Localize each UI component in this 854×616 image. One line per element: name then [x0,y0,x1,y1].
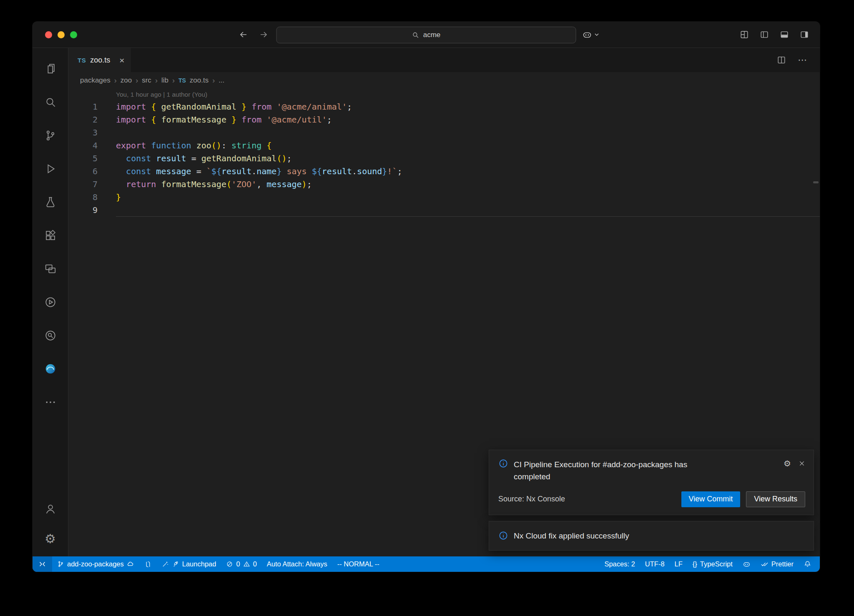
zoom-window-button[interactable] [70,31,77,38]
extensions-icon[interactable] [33,219,68,252]
layout-controls [740,22,809,48]
explorer-icon[interactable] [33,52,68,85]
code-token [156,102,161,112]
line-number[interactable]: 1 [68,100,98,113]
breadcrumb-src[interactable]: src [142,76,151,85]
code-line[interactable]: 4export function zoo(): string { [68,139,820,152]
copilot-status[interactable] [738,556,756,572]
line-number[interactable]: 8 [68,191,98,204]
code-token [196,153,201,163]
git-branch-status[interactable]: add-zoo-packages [52,556,139,572]
copilot-menu[interactable] [582,22,599,48]
close-window-button[interactable] [45,31,52,38]
remote-explorer-icon[interactable] [33,252,68,285]
code-token: ${ [312,166,322,176]
git-compare-status[interactable] [139,556,157,572]
code-token: const [126,166,151,176]
run-and-debug-icon[interactable] [33,152,68,185]
command-center-search[interactable]: acme [276,27,576,43]
line-number[interactable]: 3 [68,126,98,139]
search-sidebar-icon[interactable] [33,85,68,119]
code-token [261,115,266,125]
branch-name: add-zoo-packages [67,560,124,568]
line-number[interactable]: 4 [68,139,98,152]
breadcrumb-overflow[interactable]: ... [219,76,224,85]
forward-icon[interactable] [259,30,269,40]
breadcrumb: packages › zoo › src › lib › TS zoo.ts ›… [68,72,820,89]
code-token [191,166,196,176]
more-views-icon[interactable] [33,386,68,419]
notification-close-icon[interactable] [799,460,805,467]
code-token: ${ [211,166,221,176]
code-token: getRandomAnimal [161,102,236,112]
problems-status[interactable]: 0 0 [221,556,261,572]
line-number[interactable]: 7 [68,178,98,191]
eol-label: LF [675,560,683,568]
auto-attach-status[interactable]: Auto Attach: Always [262,556,332,572]
code-line[interactable]: 7 return formatMessage('ZOO', message); [68,178,820,191]
code-token: } [241,102,246,112]
close-tab-icon[interactable]: × [119,56,124,65]
info-icon [498,531,508,541]
screen: acme [0,0,854,616]
launchpad-status[interactable]: Launchpad [157,556,221,572]
code-line[interactable]: 6 const message = `${result.name} says $… [68,165,820,178]
breadcrumb-zoo[interactable]: zoo [121,76,132,85]
eol-status[interactable]: LF [670,556,688,572]
breadcrumb-lib[interactable]: lib [161,76,168,85]
toggle-panel-icon[interactable] [780,30,789,39]
code-line-text: const message = `${result.name} says ${r… [116,165,402,178]
scrollbar-mark[interactable] [813,181,819,183]
breadcrumb-packages[interactable]: packages [80,76,111,85]
line-number[interactable]: 5 [68,152,98,165]
tab-zoo-ts[interactable]: TS zoo.ts × [68,48,131,72]
play-circle-icon[interactable] [33,285,68,319]
indentation-status[interactable]: Spaces: 2 [599,556,640,572]
line-number[interactable]: 2 [68,113,98,126]
code-token [186,153,191,163]
code-token: result [221,166,251,176]
customize-layout-icon[interactable] [740,30,749,39]
testing-icon[interactable] [33,185,68,219]
code-line[interactable]: 5 const result = getRandomAnimal(); [68,152,820,165]
minimize-window-button[interactable] [58,31,65,38]
activity-bar: ⚙ [33,48,68,556]
editor-actions-more-icon[interactable]: ⋯ [798,55,807,65]
account-icon[interactable] [33,494,68,524]
view-results-button[interactable]: View Results [746,491,805,507]
code-token [271,102,276,112]
vim-mode-status[interactable]: -- NORMAL -- [332,556,384,572]
line-number[interactable]: 6 [68,165,98,178]
code-line[interactable]: 2import { formatMessage } from '@acme/ut… [68,113,820,126]
remote-indicator[interactable] [33,556,52,572]
code-token: } [276,166,281,176]
notification-settings-icon[interactable]: ⚙ [784,459,791,468]
edge-tools-icon[interactable] [33,352,68,386]
settings-gear-icon[interactable]: ⚙ [33,524,68,554]
encoding-status[interactable]: UTF-8 [640,556,670,572]
code-token: ) [281,153,286,163]
toggle-secondary-sidebar-icon[interactable] [800,30,809,39]
breadcrumb-file[interactable]: zoo.ts [190,76,208,85]
prettier-status[interactable]: Prettier [756,556,799,572]
notifications-bell-icon[interactable] [799,556,816,572]
ci-pipeline-toast: CI Pipeline Execution for #add-zoo-packa… [489,450,814,515]
code-line[interactable]: 9 [68,204,820,217]
back-icon[interactable] [239,30,249,40]
typescript-file-icon: TS [78,57,86,64]
rocket-icon [172,561,179,568]
line-number[interactable]: 9 [68,204,98,217]
code-line[interactable]: 8} [68,191,820,204]
language-mode-status[interactable]: {} TypeScript [688,556,738,572]
split-editor-icon[interactable] [777,55,786,65]
code-line[interactable]: 1import { getRandomAnimal } from '@acme/… [68,100,820,113]
source-control-icon[interactable] [33,119,68,152]
search-value: acme [423,31,441,39]
toggle-primary-sidebar-icon[interactable] [760,30,769,39]
code-line-text: export function zoo(): string { [116,139,271,152]
code-line[interactable]: 3 [68,126,820,139]
view-commit-button[interactable]: View Commit [681,491,741,507]
nx-cloud-toast: Nx Cloud fix applied successfully [489,521,814,551]
code-token: = [191,153,196,163]
search-circle-icon[interactable] [33,319,68,352]
